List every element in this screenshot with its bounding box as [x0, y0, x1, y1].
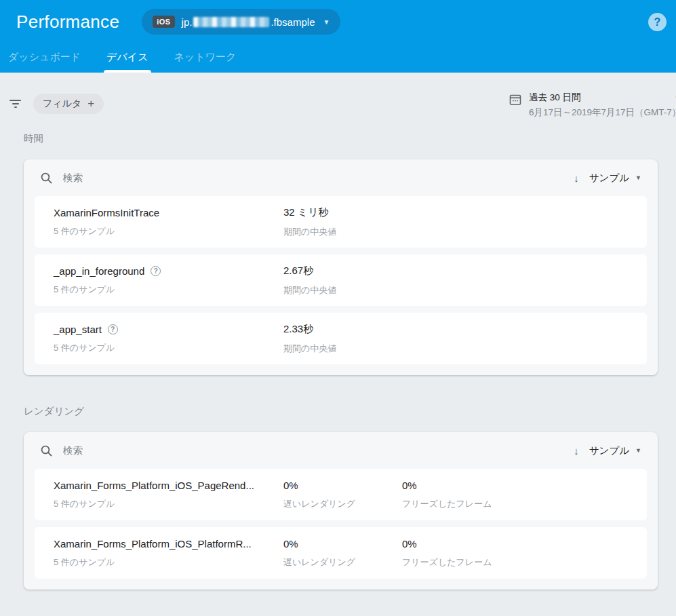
filter-chip-label: フィルタ — [43, 98, 81, 110]
trace-value: 2.33秒 — [283, 323, 426, 336]
section-label-duration: 時間 — [24, 132, 658, 145]
trace-samples: 5 件のサンプル — [54, 225, 283, 237]
sort-descending-icon: ↓ — [574, 172, 579, 184]
chevron-down-icon: ▼ — [635, 174, 641, 181]
add-filter-chip[interactable]: フィルタ + — [33, 94, 104, 114]
filter-bar: フィルタ + 過去 30 日間 ▼ 6月17日～2019年7月17日（GMT-7… — [0, 92, 676, 123]
trace-name: Xamarin_Forms_Platform_iOS_PlatformR... — [54, 538, 283, 550]
slow-rendering-label: 遅いレンダリング — [283, 556, 402, 569]
duration-card: ↓ サンプル ▼ XamarinFormsInitTrace 5 件のサンプル … — [24, 159, 658, 375]
slow-rendering-value: 0% — [283, 538, 402, 550]
search-icon — [40, 172, 53, 185]
trace-samples: 5 件のサンプル — [54, 498, 283, 510]
duration-card-header: ↓ サンプル ▼ — [24, 159, 658, 196]
sort-control[interactable]: ↓ サンプル ▼ — [574, 444, 641, 457]
table-row[interactable]: Xamarin_Forms_Platform_iOS_PlatformR... … — [35, 527, 647, 579]
sort-by-label: サンプル — [589, 172, 629, 185]
page-title: Performance — [16, 12, 119, 33]
duration-rows: XamarinFormsInitTrace 5 件のサンプル 32 ミリ秒 期間… — [24, 196, 658, 375]
search-input[interactable] — [63, 172, 574, 183]
table-row[interactable]: _app_start ? 5 件のサンプル 2.33秒 期間の中央値 — [35, 313, 647, 364]
frozen-frames-value: 0% — [402, 480, 521, 491]
sort-descending-icon: ↓ — [574, 445, 579, 457]
chevron-down-icon: ▼ — [323, 18, 330, 26]
tab-devices[interactable]: デバイス — [105, 44, 149, 73]
date-range-detail: 6月17日～2019年7月17日（GMT-7） — [529, 107, 676, 119]
platform-badge: iOS — [153, 16, 174, 28]
app-selector[interactable]: iOS jp..fbsample ▼ — [142, 9, 340, 35]
search-input[interactable] — [63, 445, 574, 456]
date-range-label: 過去 30 日間 — [529, 92, 581, 104]
trace-name: _app_in_foreground ? — [54, 265, 283, 277]
trace-metric-label: 期間の中央値 — [283, 284, 426, 296]
table-row[interactable]: XamarinFormsInitTrace 5 件のサンプル 32 ミリ秒 期間… — [35, 196, 647, 248]
calendar-icon — [509, 94, 521, 119]
slow-rendering-label: 遅いレンダリング — [283, 498, 402, 510]
trace-samples: 5 件のサンプル — [54, 284, 283, 296]
tab-network[interactable]: ネットワーク — [173, 44, 238, 73]
help-circle-icon[interactable]: ? — [151, 266, 161, 276]
section-label-rendering: レンダリング — [24, 405, 658, 418]
table-row[interactable]: Xamarin_Forms_Platform_iOS_PageRend... 5… — [35, 469, 647, 520]
app-header: Performance iOS jp..fbsample ▼ ? ダッシュボード… — [0, 0, 676, 73]
trace-samples: 5 件のサンプル — [54, 556, 283, 569]
rendering-card: ↓ サンプル ▼ Xamarin_Forms_Platform_iOS_Page… — [24, 432, 658, 590]
date-range-selector[interactable]: 過去 30 日間 ▼ 6月17日～2019年7月17日（GMT-7） — [509, 92, 668, 119]
trace-name: _app_start ? — [54, 324, 283, 335]
redacted-app-id-segment — [193, 17, 269, 27]
active-tab-underline — [104, 70, 151, 73]
tab-dashboard[interactable]: ダッシュボード — [7, 44, 82, 73]
slow-rendering-value: 0% — [283, 480, 402, 491]
trace-value: 32 ミリ秒 — [283, 206, 426, 219]
filter-list-icon[interactable] — [9, 97, 21, 111]
trace-metric-label: 期間の中央値 — [283, 226, 426, 238]
help-icon[interactable]: ? — [648, 13, 667, 31]
app-id: jp..fbsample — [182, 16, 315, 28]
tab-bar: ダッシュボード デバイス ネットワーク — [7, 44, 260, 73]
chevron-down-icon: ▼ — [635, 447, 641, 454]
frozen-frames-label: フリーズしたフレーム — [402, 498, 521, 510]
search-icon — [40, 444, 53, 457]
help-circle-icon[interactable]: ? — [108, 324, 118, 334]
trace-name: Xamarin_Forms_Platform_iOS_PageRend... — [54, 480, 283, 491]
trace-name: XamarinFormsInitTrace — [54, 207, 283, 218]
frozen-frames-value: 0% — [402, 538, 521, 550]
frozen-frames-label: フリーズしたフレーム — [402, 556, 521, 569]
trace-metric-label: 期間の中央値 — [283, 343, 426, 355]
rendering-card-header: ↓ サンプル ▼ — [24, 432, 658, 469]
sort-control[interactable]: ↓ サンプル ▼ — [574, 172, 641, 185]
table-row[interactable]: _app_in_foreground ? 5 件のサンプル 2.67秒 期間の中… — [35, 254, 647, 306]
sort-by-label: サンプル — [589, 444, 629, 457]
trace-value: 2.67秒 — [283, 265, 426, 277]
trace-samples: 5 件のサンプル — [54, 342, 283, 354]
rendering-rows: Xamarin_Forms_Platform_iOS_PageRend... 5… — [24, 469, 658, 590]
plus-icon: + — [87, 97, 94, 111]
